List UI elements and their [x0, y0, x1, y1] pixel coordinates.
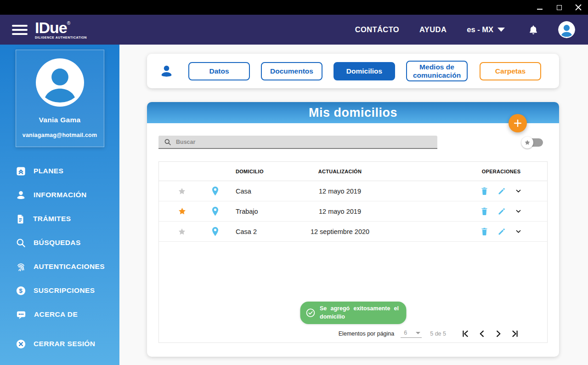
- delete-button[interactable]: [481, 187, 488, 196]
- table-row: Trabajo 12 mayo 2019: [159, 201, 547, 222]
- language-selector[interactable]: es - MX: [467, 25, 505, 34]
- tab-domicilios[interactable]: Domicilios: [334, 62, 395, 80]
- column-header-actualizacion: ACTUALIZACIÓN: [294, 169, 386, 174]
- star-icon[interactable]: [178, 207, 187, 216]
- expand-row-button[interactable]: [515, 228, 522, 235]
- chevron-down-icon: [416, 332, 420, 334]
- prev-page-icon: [477, 329, 486, 338]
- items-per-page-value: 6: [404, 330, 407, 336]
- toast-message: Se agregó exitosamente el domicilio: [320, 305, 399, 321]
- sidebar-item-suscripciones[interactable]: $ SUSCRIPCIONES: [16, 285, 119, 296]
- user-avatar[interactable]: [558, 21, 575, 38]
- edit-button[interactable]: [498, 207, 506, 216]
- delete-button[interactable]: [481, 227, 488, 236]
- next-page-button[interactable]: [494, 329, 503, 338]
- domicilios-table: DOMICILIO ACTUALIZACIÓN OPERACIONES Casa…: [158, 161, 548, 343]
- fingerprint-icon: [16, 262, 26, 272]
- chevron-down-icon: [515, 188, 522, 194]
- window-titlebar: [0, 0, 588, 15]
- tab-documentos[interactable]: Documentos: [261, 62, 322, 80]
- items-per-page-label: Elementos por página: [339, 331, 395, 337]
- chevron-down-icon: [515, 228, 522, 235]
- domicilio-name: Casa 2: [225, 228, 294, 235]
- favorites-filter-toggle[interactable]: [525, 138, 543, 147]
- add-domicilio-button[interactable]: [509, 114, 527, 132]
- sidebar-item-informacion[interactable]: INFORMACIÓN: [16, 189, 119, 200]
- location-pin-icon: [211, 186, 219, 196]
- top-navbar: IDue® DILIGENCE AUTHENTICATION CONTÁCTO …: [0, 15, 588, 45]
- expand-row-button[interactable]: [515, 208, 522, 215]
- sidebar-item-planes[interactable]: PLANES: [16, 165, 119, 177]
- tab-medios-de-comunicacion[interactable]: Medios de comunicación: [406, 61, 468, 82]
- person-icon: [16, 190, 26, 200]
- last-page-button[interactable]: [510, 329, 520, 338]
- profile-card: Vania Gama vaniagamag@hotmail.com: [16, 50, 104, 147]
- nav-link-help[interactable]: AYUDA: [419, 25, 447, 34]
- domicilio-updated: 12 septiembre 2020: [294, 228, 386, 235]
- edit-pencil-icon: [498, 207, 506, 216]
- dollar-circle-icon: $: [16, 285, 26, 296]
- page-title: Mis domicilios: [309, 106, 397, 120]
- tab-carpetas[interactable]: Carpetas: [480, 62, 541, 80]
- sidebar-item-label: PLANES: [34, 167, 63, 175]
- pager-controls: [461, 329, 520, 338]
- plus-icon: [513, 118, 523, 128]
- check-circle-icon: [305, 308, 316, 318]
- prev-page-button[interactable]: [477, 329, 486, 338]
- trash-icon: [481, 227, 488, 236]
- delete-button[interactable]: [481, 207, 488, 216]
- card-header: Mis domicilios: [147, 102, 559, 123]
- sidebar-item-tramites[interactable]: TRÁMITES: [16, 213, 119, 224]
- column-header-operaciones: OPERACIONES: [455, 169, 547, 174]
- sidebar-item-busquedas[interactable]: BÚSQUEDAS: [16, 237, 119, 248]
- tab-datos[interactable]: Datos: [188, 62, 250, 80]
- chat-icon: [16, 309, 27, 320]
- language-label: es - MX: [467, 25, 493, 34]
- page-range-label: 5 de 5: [430, 331, 446, 337]
- toggle-knob: [521, 137, 533, 148]
- location-pin-icon: [211, 227, 219, 236]
- main-content: Datos Documentos Domicilios Medios de co…: [119, 45, 588, 365]
- registered-mark: ®: [67, 21, 70, 26]
- profile-tabs-card: Datos Documentos Domicilios Medios de co…: [147, 54, 559, 88]
- table-row: Casa 12 mayo 2019: [159, 181, 547, 201]
- items-per-page-select[interactable]: 6: [401, 330, 422, 338]
- domicilio-name: Trabajo: [225, 208, 294, 215]
- close-icon[interactable]: [569, 0, 588, 15]
- search-input[interactable]: [176, 139, 432, 145]
- search-icon: [16, 238, 26, 248]
- star-icon[interactable]: [178, 187, 186, 195]
- bell-icon[interactable]: [528, 24, 539, 36]
- circle-x-icon: [16, 339, 26, 349]
- minimize-icon[interactable]: [530, 0, 549, 15]
- logo-tagline: DILIGENCE AUTHENTICATION: [35, 36, 87, 40]
- star-icon: [524, 139, 531, 146]
- sidebar-item-cerrar-sesion[interactable]: CERRAR SESIÓN: [16, 338, 119, 349]
- chevron-down-icon: [515, 208, 522, 215]
- column-header-domicilio: DOMICILIO: [225, 169, 294, 174]
- maximize-icon[interactable]: [549, 0, 569, 15]
- edit-pencil-icon: [498, 228, 506, 236]
- first-page-button[interactable]: [461, 329, 470, 338]
- domicilio-name: Casa: [225, 188, 294, 195]
- sidebar-item-autenticaciones[interactable]: AUTENTICACIONES: [16, 261, 119, 272]
- edit-button[interactable]: [498, 187, 506, 195]
- sidebar-item-label: SUSCRIPCIONES: [34, 286, 95, 295]
- expand-row-button[interactable]: [515, 188, 522, 194]
- hamburger-icon[interactable]: [12, 25, 28, 35]
- search-row: [158, 136, 548, 149]
- location-pin-icon: [211, 206, 219, 216]
- sidebar-item-label: BÚSQUEDAS: [34, 239, 81, 247]
- next-page-icon: [494, 329, 503, 338]
- sidebar: Vania Gama vaniagamag@hotmail.com PLANES…: [0, 45, 119, 365]
- nav-link-contact[interactable]: CONTÁCTO: [355, 25, 399, 34]
- svg-text:$: $: [19, 287, 23, 294]
- search-box[interactable]: [158, 136, 437, 149]
- domicilios-card: Mis domicilios DOMICILIO: [147, 102, 559, 357]
- star-icon[interactable]: [178, 228, 186, 236]
- last-page-icon: [510, 329, 520, 338]
- table-row: Casa 2 12 septiembre 2020: [159, 222, 547, 242]
- edit-button[interactable]: [498, 228, 506, 236]
- sidebar-item-acerca-de[interactable]: ACERCA DE: [16, 309, 119, 320]
- chevron-down-icon: [498, 28, 505, 32]
